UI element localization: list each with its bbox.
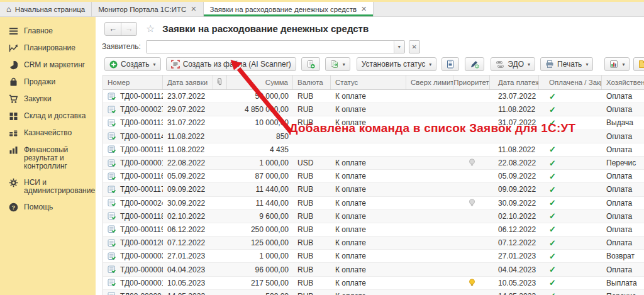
column-header[interactable]: Сверх лимита <box>406 75 453 89</box>
cell-status: К оплате <box>331 170 406 182</box>
table-row[interactable]: ТД00-000118 02.10.2022 9 600,00 RUB К оп… <box>103 210 644 223</box>
sidebar-item-treasury[interactable]: Казначейство <box>9 125 96 142</box>
cell-currency: RUB <box>293 210 331 223</box>
applicant-input[interactable] <box>147 41 394 53</box>
table-row[interactable]: ТД00-000120 07.12.2022 125 000,00 RUB К … <box>103 237 644 250</box>
cell-number: ТД00-000112 <box>120 92 163 101</box>
sidebar-item-label: НСИ и администрирование <box>24 178 95 195</box>
table-row[interactable]: ТД00-000115 11.08.2022 4 435 11.08.2022 … <box>103 143 644 157</box>
sidebar-item-purchases[interactable]: Закупки <box>9 91 96 108</box>
column-header[interactable]: Оплачена / Закрыта <box>539 75 602 89</box>
cell-attachment <box>213 250 227 262</box>
table-row[interactable]: ТД00-000003 27.01.2023 1 000,00 RUB К оп… <box>103 250 644 263</box>
cell-operation: Выдача <box>602 116 644 129</box>
report-chart-icon <box>609 60 618 69</box>
applicant-combobox[interactable]: ▾ <box>146 40 405 53</box>
back-button[interactable]: ← <box>105 23 121 35</box>
favorite-star-icon[interactable]: ☆ <box>146 23 155 35</box>
copy-item-button[interactable] <box>301 57 320 71</box>
cell-over-limit <box>406 157 453 169</box>
print-button[interactable]: Печать▾ <box>540 57 593 71</box>
table-row[interactable]: ТД00-000117 09.09.2022 11 440,00 RUB К о… <box>103 183 644 196</box>
copy-pages-icon <box>330 60 339 69</box>
table-row[interactable]: ТД00-000004 14.05.2023 500,00 RUB К опла… <box>103 290 644 295</box>
cell-attachment <box>213 157 227 169</box>
cell-pay-date: 14.05.2023 <box>490 290 539 295</box>
cell-priority <box>453 290 490 295</box>
column-header[interactable]: Дата заявки <box>163 75 213 89</box>
cell-over-limit <box>406 263 453 276</box>
cell-status: К оплате <box>331 223 406 236</box>
cell-operation: Перечис <box>602 157 644 169</box>
cell-number: ТД00-000114 <box>120 132 163 141</box>
sidebar-item-sales[interactable]: Продажи <box>9 74 96 91</box>
copy-group-button[interactable]: ▾ <box>325 57 350 71</box>
edo-exchange-icon <box>496 60 504 69</box>
column-header[interactable]: Валюта <box>293 75 331 89</box>
cell-operation: Оплата <box>602 170 644 182</box>
paid-check-icon: ✓ <box>549 185 556 194</box>
attachment-column-header[interactable] <box>213 75 227 89</box>
cell-number: ТД00-000113 <box>120 118 163 127</box>
table-row[interactable]: ТД00-000024 30.09.2022 11 440,00 RUB К о… <box>103 197 644 210</box>
sidebar-item-help[interactable]: ? Помощь <box>9 199 96 216</box>
cell-paid-closed: ✓ <box>539 237 602 249</box>
cell-sum: 50 000,00 <box>227 90 293 103</box>
combobox-dropdown-icon[interactable]: ▾ <box>394 41 404 53</box>
cell-status: К оплате <box>331 263 406 276</box>
table-row[interactable]: ТД00-000008 04.04.2023 96 000,00 RUB К о… <box>103 263 644 276</box>
applicant-clear-button[interactable]: ✕ <box>409 40 420 53</box>
sidebar-item-menu[interactable]: Главное <box>9 23 96 40</box>
tab-2[interactable]: Заявки на расходование денежных средств … <box>204 2 374 16</box>
requests-table: НомерДата заявкиСуммаВалютаСтатусСверх л… <box>103 75 644 295</box>
cell-sum: 87 000,00 <box>227 170 293 182</box>
posted-document-icon <box>108 145 116 153</box>
column-header[interactable]: Сумма <box>227 75 293 89</box>
table-row[interactable]: ТД00-000027 29.07.2022 4 850 000,00 RUB … <box>103 103 644 116</box>
priority-bulb-icon <box>469 199 475 208</box>
column-header[interactable]: Дата платежа <box>490 75 539 89</box>
reports-button[interactable]: ▾ <box>604 57 630 71</box>
column-header[interactable]: Приоритет <box>453 75 490 89</box>
cell-priority <box>453 223 490 236</box>
tab-1[interactable]: Монитор Портала 1С:ИТС ✕ <box>92 2 203 16</box>
column-header[interactable]: Номер <box>103 75 163 89</box>
create-button[interactable]: Создать▾ <box>104 57 161 71</box>
table-body: ТД00-000112 23.07.2022 50 000,00 RUB К о… <box>103 90 644 295</box>
sidebar-item-admin[interactable]: НСИ и администрирование <box>9 174 96 199</box>
sidebar-item-label: Помощь <box>24 203 53 211</box>
tab-close-icon[interactable]: ✕ <box>361 6 367 13</box>
table-row[interactable]: ТД00-000119 06.12.2022 250 000,00 RUB К … <box>103 223 644 237</box>
sidebar-item-planning[interactable]: Планирование <box>9 40 96 57</box>
table-row[interactable]: ТД00-000001 22.08.2022 1 000,00 USD К оп… <box>103 157 644 170</box>
table-row[interactable]: ТД00-000001 10.05.2023 217 500,00 RUB К … <box>103 277 644 290</box>
cell-pay-date: 11.08.2022 <box>490 143 539 156</box>
table-row[interactable]: ТД00-000116 05.09.2022 87 000,00 RUB К о… <box>103 170 644 183</box>
tab-close-icon[interactable]: ✕ <box>191 6 196 13</box>
posted-document-icon <box>108 172 116 181</box>
sidebar-item-crm[interactable]: CRM и маркетинг <box>9 57 96 74</box>
create-from-file-ai-scanner-button[interactable]: Создать из файла (AI Scanner) <box>166 57 296 71</box>
tab-0[interactable]: ⌂ Начальная страница <box>0 2 92 16</box>
cell-sum: 96 000,00 <box>227 263 293 276</box>
cell-number: ТД00-000115 <box>120 145 163 154</box>
table-row[interactable]: ТД00-000112 23.07.2022 50 000,00 RUB К о… <box>103 90 644 103</box>
cell-status: К оплате <box>331 103 406 116</box>
paid-check-icon: ✓ <box>549 145 556 154</box>
sidebar-item-warehouse[interactable]: Склад и доставка <box>9 108 96 125</box>
forward-button[interactable]: → <box>121 23 136 35</box>
column-header[interactable]: Хозяйственная операция <box>602 75 644 89</box>
set-status-button[interactable]: Установить статус▾ <box>357 57 437 71</box>
sidebar-item-finance[interactable]: Финансовый результат и контроллинг <box>9 142 96 174</box>
sign-button[interactable] <box>465 57 484 71</box>
column-header[interactable]: Статус <box>331 75 406 89</box>
list-toolbar: Создать▾ Создать из файла (AI Scanner) ▾… <box>96 57 644 72</box>
cell-currency: RUB <box>293 237 331 249</box>
posted-document-icon <box>108 106 116 114</box>
edo-button[interactable]: ЭДО▾ <box>491 57 535 71</box>
cell-pay-date: 04.04.2023 <box>490 263 539 276</box>
list-view-button[interactable] <box>441 57 459 71</box>
more-actions-button[interactable]: ▾ <box>633 57 644 71</box>
cell-paid-closed: ✓ <box>539 103 602 116</box>
cell-request-date: 14.05.2023 <box>163 290 213 295</box>
